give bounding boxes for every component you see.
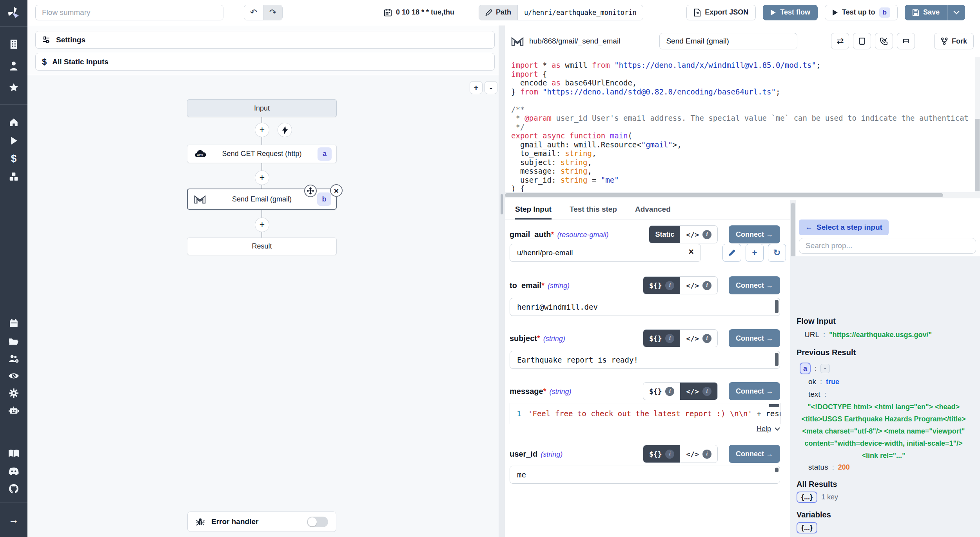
code-vertical-scrollbar[interactable] xyxy=(975,57,980,193)
path-chip[interactable]: Path u/henri/earthquake_monitorin xyxy=(479,5,643,20)
star-icon[interactable] xyxy=(0,82,27,93)
windmill-logo-icon[interactable] xyxy=(0,5,27,21)
docs-book-icon[interactable] xyxy=(0,448,27,459)
zoom-in-button[interactable]: + xyxy=(470,81,483,94)
select-step-input-button[interactable]: ← Select a step input xyxy=(799,220,889,235)
phone-call-button[interactable] xyxy=(875,33,893,49)
message-code-editor[interactable]: 1 'Feel free to check out the latest rep… xyxy=(510,403,781,424)
undo-button[interactable]: ↶ xyxy=(244,5,263,20)
discord-icon[interactable] xyxy=(0,466,27,477)
save-button[interactable]: Save xyxy=(905,5,947,20)
move-node-button[interactable] xyxy=(304,185,317,197)
workers-robot-icon[interactable] xyxy=(0,405,27,415)
home-icon[interactable] xyxy=(0,117,27,127)
subject-input[interactable] xyxy=(510,351,780,369)
collapse-chip[interactable]: - xyxy=(820,364,830,373)
status-row[interactable]: status : 200 xyxy=(808,463,850,472)
text-row-key[interactable]: text : xyxy=(808,390,826,399)
info-icon: i xyxy=(665,450,674,459)
folders-icon[interactable] xyxy=(0,336,27,347)
scrollbar-thumb[interactable] xyxy=(505,193,943,197)
mode-javascript[interactable]: </>i xyxy=(680,383,717,400)
path-edit-button[interactable]: Path xyxy=(479,5,518,20)
text-row-value[interactable]: "<!DOCTYPE html> <html lang="en"> <head>… xyxy=(798,401,969,462)
resources-cubes-icon[interactable] xyxy=(0,172,27,182)
flow-node-result[interactable]: Result xyxy=(187,238,337,255)
save-dropdown-button[interactable] xyxy=(947,5,965,20)
sync-arrows-button[interactable]: ⇄ xyxy=(831,33,849,49)
schedules-calendar-icon[interactable] xyxy=(0,318,27,328)
add-step-button[interactable]: + xyxy=(255,218,269,232)
zoom-out-button[interactable]: - xyxy=(485,81,497,94)
connect-button[interactable]: Connect → xyxy=(729,445,780,463)
mode-template[interactable]: ${}i xyxy=(643,330,681,347)
expand-square-button[interactable] xyxy=(853,33,871,49)
connect-button[interactable]: Connect → xyxy=(729,276,780,294)
mode-javascript[interactable]: </>i xyxy=(680,330,717,347)
panel-resize-gutter[interactable] xyxy=(499,25,505,537)
mode-javascript[interactable]: </>i xyxy=(680,277,717,294)
code-horizontal-scrollbar[interactable] xyxy=(505,192,980,198)
save-icon xyxy=(912,9,919,16)
user-icon[interactable] xyxy=(0,61,27,71)
step-summary-input[interactable] xyxy=(659,33,797,49)
mode-javascript[interactable]: </>i xyxy=(680,226,717,243)
connect-button[interactable]: Connect → xyxy=(729,225,780,243)
flow-input-url-row[interactable]: URL : "https://earthquake.usgs.gov/" xyxy=(804,330,932,339)
trigger-bolt-button[interactable] xyxy=(278,123,292,137)
error-handler-toggle[interactable] xyxy=(307,517,328,527)
settings-gear-icon[interactable] xyxy=(0,388,27,398)
refresh-resource-button[interactable]: ↻ xyxy=(768,244,786,262)
mode-static[interactable]: Static xyxy=(649,226,680,243)
flow-node-input[interactable]: Input xyxy=(187,99,337,117)
tab-test-this-step[interactable]: Test this step xyxy=(570,200,617,220)
node-label: Send Email (gmail) xyxy=(232,195,292,203)
add-step-button[interactable]: + xyxy=(255,171,269,185)
search-prop-input[interactable] xyxy=(799,238,976,254)
clear-icon[interactable]: × xyxy=(689,247,694,256)
edit-resource-button[interactable] xyxy=(722,244,741,262)
settings-bar[interactable]: Settings xyxy=(35,31,495,49)
github-icon[interactable] xyxy=(0,484,27,494)
mode-template[interactable]: ${}i xyxy=(643,277,681,294)
to-email-input[interactable] xyxy=(510,298,780,316)
user-id-input[interactable] xyxy=(510,466,780,484)
test-up-to-button[interactable]: Test up to b xyxy=(825,5,898,20)
chevron-down-icon xyxy=(775,427,780,431)
add-step-button[interactable]: + xyxy=(255,123,269,137)
schedule-display[interactable]: 0 10 18 * * tue,thu xyxy=(384,8,454,17)
object-badge[interactable]: {...} xyxy=(797,522,817,533)
tab-step-input[interactable]: Step Input xyxy=(515,200,552,220)
flow-summary-input[interactable] xyxy=(35,5,223,20)
resize-handle[interactable] xyxy=(501,194,503,214)
tab-advanced[interactable]: Advanced xyxy=(635,200,671,220)
workbench-button[interactable] xyxy=(897,33,915,49)
flow-graph-canvas[interactable]: + - Input + HTTP Send GET Request (http)… xyxy=(27,75,499,537)
connect-button[interactable]: Connect → xyxy=(729,382,780,400)
object-badge[interactable]: {...} xyxy=(797,492,817,503)
redo-button[interactable]: ↷ xyxy=(263,5,282,20)
mode-template[interactable]: ${}i xyxy=(643,383,681,400)
resource-input[interactable] xyxy=(510,244,701,262)
fork-button[interactable]: Fork xyxy=(934,33,974,49)
code-editor[interactable]: import * as wmill from "https://deno.lan… xyxy=(505,57,970,192)
variables-dollar-icon[interactable]: $ xyxy=(0,153,27,164)
mode-javascript[interactable]: </>i xyxy=(680,445,717,463)
expand-arrow-icon[interactable]: → xyxy=(0,514,27,525)
workspace-building-icon[interactable] xyxy=(0,39,27,49)
groups-users-icon[interactable] xyxy=(0,354,27,364)
delete-node-button[interactable]: × xyxy=(330,184,343,197)
connect-button[interactable]: Connect → xyxy=(729,329,780,347)
ok-row[interactable]: ok : true xyxy=(808,377,839,386)
runs-play-icon[interactable] xyxy=(0,136,27,146)
flow-node-get-request[interactable]: HTTP Send GET Request (http) a xyxy=(187,145,337,163)
export-json-button[interactable]: Export JSON xyxy=(686,5,756,20)
result-a-badge[interactable]: a xyxy=(800,363,811,374)
mode-template[interactable]: ${}i xyxy=(643,445,681,463)
all-static-inputs-bar[interactable]: $ All Static Inputs xyxy=(35,53,495,71)
scrollbar-thumb[interactable] xyxy=(975,119,980,191)
add-resource-button[interactable]: + xyxy=(746,244,764,262)
help-link[interactable]: Help xyxy=(757,425,780,433)
audit-eye-icon[interactable] xyxy=(0,371,27,381)
test-flow-button[interactable]: Test flow xyxy=(763,5,818,20)
